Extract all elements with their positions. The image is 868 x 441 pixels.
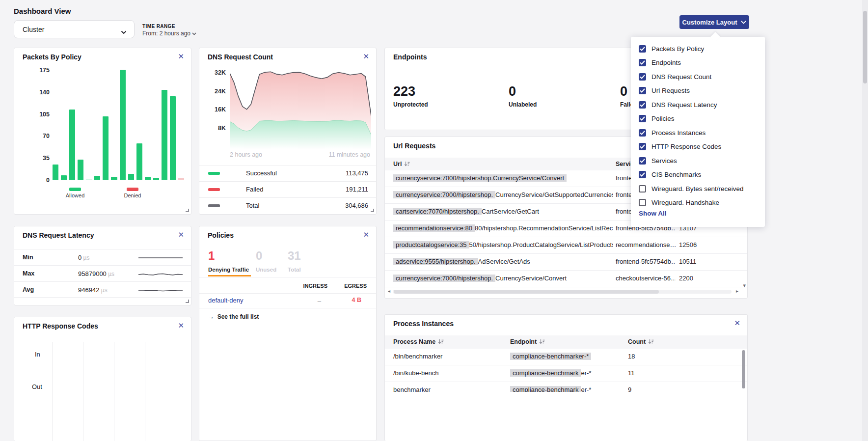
checkbox-checked-icon[interactable] [639, 101, 646, 109]
vertical-scrollbar-thumb[interactable] [742, 350, 745, 388]
checkbox-checked-icon[interactable] [639, 73, 646, 81]
card-http-response-codes: HTTP Response Codes ✕ In Out [14, 317, 191, 441]
process-table-header: Process Name Endpoint Count [385, 335, 747, 349]
bar-allowed [86, 179, 92, 180]
bar-allowed [111, 177, 117, 180]
menu-item-label: Packets By Policy [651, 45, 704, 53]
latency-value: 95879000 µs [78, 270, 114, 277]
column-header-count[interactable]: Count [628, 338, 654, 345]
url-cell[interactable]: currencyservice:7000/hipstershop.Currenc… [393, 275, 613, 282]
view-selector[interactable]: Cluster [14, 20, 135, 38]
policies-tab-denying-traffic[interactable]: Denying Traffic [208, 267, 249, 273]
card-title: Url Requests [393, 142, 435, 150]
scroll-left-icon[interactable]: ◂ [388, 289, 390, 294]
customize-menu-list: Packets By PolicyEndpointsDNS Request Co… [631, 42, 765, 210]
url-cell[interactable]: currencyservice:7000/hipstershop.Currenc… [393, 174, 613, 182]
close-icon[interactable]: ✕ [178, 322, 184, 329]
card-title: Packets By Policy [23, 53, 81, 61]
menu-item-dns-request-count[interactable]: DNS Request Count [631, 70, 765, 84]
column-header-endpoint[interactable]: Endpoint [510, 338, 545, 345]
checkbox-checked-icon[interactable] [639, 157, 646, 165]
menu-item-endpoints[interactable]: Endpoints [631, 56, 765, 70]
menu-item-url-requests[interactable]: Url Requests [631, 84, 765, 98]
scroll-down-icon[interactable]: ▾ [743, 283, 746, 288]
dns-y-axis: 8K16K24K32K [206, 66, 226, 149]
bar-allowed [170, 96, 176, 180]
latency-label: Min [23, 254, 33, 261]
menu-item-process-instances[interactable]: Process Instances [631, 126, 765, 140]
checkbox-checked-icon[interactable] [639, 171, 646, 178]
process-table-body: /bin/benchmarkercompliance-benchmarker-*… [385, 349, 747, 392]
page-scrollbar[interactable] [862, 0, 868, 441]
view-selector-value: Cluster [23, 26, 44, 33]
policy-ingress-value: – [318, 297, 321, 304]
horizontal-scrollbar-thumb[interactable] [394, 290, 659, 294]
close-icon[interactable]: ✕ [363, 231, 369, 238]
column-header-ingress: INGRESS [303, 283, 327, 289]
close-icon[interactable]: ✕ [363, 53, 369, 60]
dns-legend: Successful 113,475 Failed 191,211 Total … [199, 165, 376, 214]
y-tick-label: 0 [33, 177, 50, 184]
show-all-link[interactable]: Show All [639, 210, 667, 217]
service-cell: frontend-5fc5754db… [616, 258, 676, 265]
menu-item-wireguard-bytes-sent-received[interactable]: Wireguard. Bytes sent/received [631, 182, 765, 196]
menu-item-dns-request-latency[interactable]: DNS Request Latency [631, 98, 765, 112]
menu-item-http-response-codes[interactable]: HTTP Response Codes [631, 140, 765, 154]
stat-value: 223 [393, 84, 428, 99]
menu-item-services[interactable]: Services [631, 154, 765, 168]
column-header-process-name[interactable]: Process Name [393, 338, 444, 345]
time-range-value[interactable]: From: 2 hours ago [142, 30, 196, 37]
checkbox-unchecked-icon[interactable] [639, 199, 646, 206]
checkbox-checked-icon[interactable] [639, 45, 646, 53]
horizontal-scrollbar[interactable] [393, 290, 732, 294]
close-icon[interactable]: ✕ [734, 319, 740, 327]
y-tick-label: 70 [33, 133, 50, 139]
close-icon[interactable]: ✕ [178, 231, 184, 238]
card-title: Endpoints [393, 53, 427, 61]
sort-icon [404, 161, 410, 167]
latency-row-avg: Avg946942 µs [14, 281, 191, 298]
menu-item-cis-benchmarks[interactable]: CIS Benchmarks [631, 168, 765, 182]
url-cell[interactable]: recommendationservice:8080/hipstershop.R… [393, 224, 613, 232]
customize-layout-button[interactable]: Customize Layout [679, 15, 749, 29]
column-header-url[interactable]: Url [393, 161, 410, 167]
checkbox-checked-icon[interactable] [639, 87, 646, 94]
resize-handle[interactable] [186, 300, 189, 303]
dashboard-root: Dashboard View Cluster TIME RANGE From: … [0, 0, 868, 441]
latency-unit: µs [107, 271, 114, 277]
menu-item-wireguard-handshake[interactable]: Wireguard. Handshake [631, 196, 765, 210]
card-dns-request-count: DNS Request Count ✕ 8K16K24K32K 2 hours … [199, 48, 377, 215]
resize-handle[interactable] [186, 209, 189, 212]
policies-tab-unused[interactable]: Unused [256, 267, 276, 273]
page-scrollbar-thumb[interactable] [863, 11, 867, 83]
checkbox-checked-icon[interactable] [639, 115, 646, 122]
scroll-right-icon[interactable]: ▸ [736, 289, 738, 294]
menu-item-packets-by-policy[interactable]: Packets By Policy [631, 42, 765, 56]
bar-allowed [162, 90, 167, 180]
card-process-instances: Process Instances ✕ Process Name Endpoin… [384, 314, 748, 441]
checkbox-checked-icon[interactable] [639, 59, 646, 66]
menu-item-label: Url Requests [651, 87, 690, 94]
url-cell[interactable]: currencyservice:7000/hipstershop.Currenc… [393, 191, 613, 198]
legend-swatch [208, 188, 220, 191]
close-icon[interactable]: ✕ [178, 53, 184, 60]
count-cell: 12506 [679, 241, 718, 248]
time-range-control[interactable]: TIME RANGE From: 2 hours ago [142, 24, 196, 37]
resize-handle[interactable] [371, 209, 374, 212]
menu-item-policies[interactable]: Policies [631, 112, 765, 126]
checkbox-checked-icon[interactable] [639, 143, 646, 150]
bar-allowed [145, 177, 151, 180]
policies-stat-unused-value: 0 [256, 249, 262, 263]
checkbox-unchecked-icon[interactable] [639, 185, 646, 193]
sort-icon [438, 339, 444, 345]
see-full-list-link[interactable]: → See the full list [208, 313, 259, 320]
url-cell[interactable]: cartservice:7070/hipstershop.CartService… [393, 208, 613, 215]
policies-tab-total[interactable]: Total [288, 267, 301, 273]
policy-egress-value: 4 B [352, 297, 361, 303]
checkbox-checked-icon[interactable] [639, 129, 646, 137]
stat-label: Unprotected [393, 101, 428, 108]
url-cell[interactable]: adservice:9555/hipstershop.AdService/Get… [393, 258, 613, 265]
search-highlight: currencyservice:7000/hipstershop. [393, 191, 495, 198]
url-cell[interactable]: productcatalogservice:3550/hipstershop.P… [393, 241, 613, 248]
policy-link-default-deny[interactable]: default-deny [208, 297, 244, 304]
